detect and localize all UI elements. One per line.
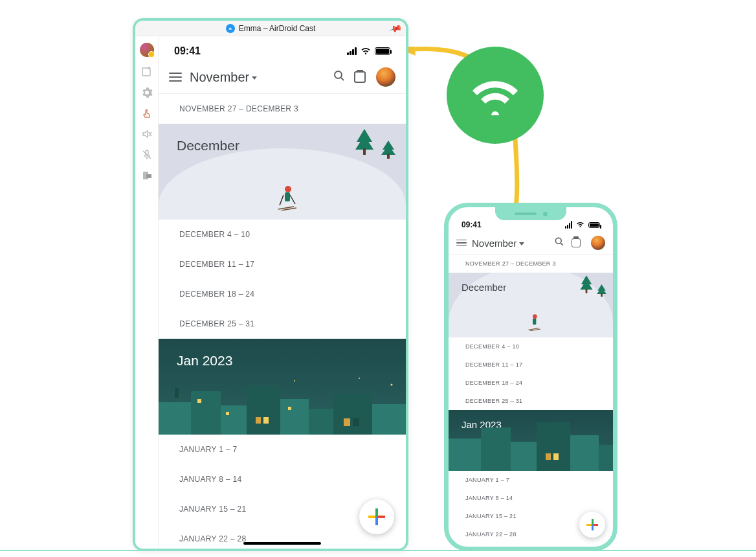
cast-sidebar <box>135 36 159 549</box>
today-icon[interactable] <box>354 71 368 83</box>
mute-icon[interactable] <box>141 128 153 140</box>
svg-line-16 <box>280 195 284 205</box>
desktop-cast-window: Emma – AirDroid Cast 📌 09:41 November <box>133 18 408 551</box>
window-title: Emma – AirDroid Cast <box>239 24 316 33</box>
svg-rect-22 <box>280 399 309 435</box>
phone-statusbar: 09:41 <box>159 36 406 61</box>
skier-icon <box>277 182 300 213</box>
status-time: 09:41 <box>174 45 201 57</box>
svg-marker-43 <box>597 288 606 294</box>
month-dropdown[interactable]: November <box>472 238 547 249</box>
svg-rect-21 <box>247 386 280 435</box>
svg-point-48 <box>533 314 537 319</box>
svg-rect-25 <box>372 404 406 435</box>
week-row[interactable]: DECEMBER 25 – 31 <box>449 392 613 410</box>
svg-point-34 <box>359 378 360 379</box>
svg-point-33 <box>294 380 295 381</box>
week-row[interactable]: DECEMBER 4 – 10 <box>449 337 613 356</box>
search-icon[interactable] <box>552 236 566 249</box>
calendar-header: November <box>449 232 613 255</box>
week-row[interactable]: DECEMBER 18 – 24 <box>449 374 613 392</box>
svg-rect-26 <box>197 399 201 403</box>
pin-icon[interactable]: 📌 <box>388 21 403 36</box>
status-time: 09:41 <box>461 220 482 229</box>
svg-rect-37 <box>175 391 179 398</box>
create-event-fab[interactable] <box>359 499 394 534</box>
mic-off-icon[interactable] <box>141 149 153 161</box>
mirrored-screen: 09:41 November NOVEMBER 27 – DECEMBER 3 … <box>159 36 406 549</box>
rotate-icon[interactable] <box>141 170 153 181</box>
december-hero: December <box>159 124 406 220</box>
month-label-text: November <box>190 70 249 85</box>
svg-point-5 <box>335 71 342 78</box>
cellular-icon <box>347 47 357 55</box>
svg-rect-57 <box>546 453 551 460</box>
svg-rect-4 <box>146 174 151 178</box>
svg-rect-54 <box>599 445 613 471</box>
week-row[interactable]: DECEMBER 11 – 17 <box>449 356 613 374</box>
svg-rect-19 <box>191 391 221 435</box>
tree-icon <box>354 129 375 159</box>
touch-icon[interactable] <box>141 108 153 119</box>
svg-marker-10 <box>381 145 395 155</box>
svg-rect-31 <box>344 418 350 426</box>
svg-rect-52 <box>537 422 570 471</box>
week-row[interactable]: JANUARY 1 – 7 <box>449 471 613 489</box>
week-row[interactable]: JANUARY 1 – 7 <box>159 435 406 464</box>
svg-rect-11 <box>387 153 390 159</box>
wifi-badge <box>447 47 544 144</box>
menu-icon[interactable] <box>456 240 467 247</box>
svg-point-38 <box>555 238 561 244</box>
phone-notch <box>495 207 566 220</box>
svg-point-35 <box>391 384 393 386</box>
add-device-icon[interactable] <box>141 66 153 78</box>
svg-rect-14 <box>285 192 290 201</box>
search-icon[interactable] <box>332 69 346 85</box>
week-row[interactable]: DECEMBER 11 – 17 <box>159 249 406 279</box>
svg-rect-27 <box>226 412 229 415</box>
profile-avatar[interactable] <box>591 236 605 250</box>
svg-rect-29 <box>263 417 269 424</box>
profile-avatar[interactable] <box>376 67 395 87</box>
svg-marker-7 <box>355 135 373 150</box>
svg-rect-47 <box>533 319 536 324</box>
sidebar-avatar[interactable] <box>140 43 154 57</box>
svg-rect-18 <box>159 402 191 435</box>
month-label-text: November <box>472 238 517 249</box>
ground-line <box>0 550 756 551</box>
plus-icon <box>368 508 385 525</box>
week-row[interactable]: NOVEMBER 27 – DECEMBER 3 <box>449 255 613 273</box>
svg-rect-30 <box>288 407 291 410</box>
skier-icon <box>528 312 543 334</box>
settings-icon[interactable] <box>141 87 153 98</box>
week-row[interactable]: DECEMBER 18 – 24 <box>159 279 406 309</box>
cityscape-icon <box>159 373 406 435</box>
phone-mockup: 09:41 November NOVEMBER 27 – DECEMBER 3 … <box>444 203 617 551</box>
svg-rect-50 <box>481 427 511 471</box>
month-dropdown[interactable]: November <box>190 70 324 85</box>
week-row[interactable]: DECEMBER 4 – 10 <box>159 220 406 249</box>
window-titlebar[interactable]: Emma – AirDroid Cast 📌 <box>135 21 406 36</box>
week-row[interactable]: JANUARY 8 – 14 <box>159 464 406 494</box>
cellular-icon <box>565 221 572 229</box>
svg-rect-44 <box>601 293 603 297</box>
svg-rect-24 <box>333 394 372 435</box>
week-row[interactable]: JANUARY 8 – 14 <box>449 489 613 507</box>
tree-icon <box>579 275 594 296</box>
svg-rect-8 <box>363 148 366 155</box>
create-event-fab[interactable] <box>579 512 605 538</box>
wifi-icon <box>361 47 371 55</box>
today-icon[interactable] <box>572 238 586 247</box>
svg-rect-58 <box>553 453 559 460</box>
svg-rect-32 <box>353 418 359 426</box>
home-indicator[interactable] <box>243 542 321 545</box>
week-row[interactable]: NOVEMBER 27 – DECEMBER 3 <box>159 94 406 124</box>
week-row[interactable]: DECEMBER 25 – 31 <box>159 309 406 339</box>
calendar-header: November <box>159 61 406 94</box>
january-hero: Jan 2023 <box>159 339 406 435</box>
schedule-list[interactable]: NOVEMBER 27 – DECEMBER 3 December DECEMB… <box>449 255 613 551</box>
schedule-list[interactable]: NOVEMBER 27 – DECEMBER 3 December DECEMB… <box>159 94 406 549</box>
battery-icon <box>588 222 600 228</box>
menu-icon[interactable] <box>169 73 182 82</box>
tree-icon <box>381 141 395 161</box>
